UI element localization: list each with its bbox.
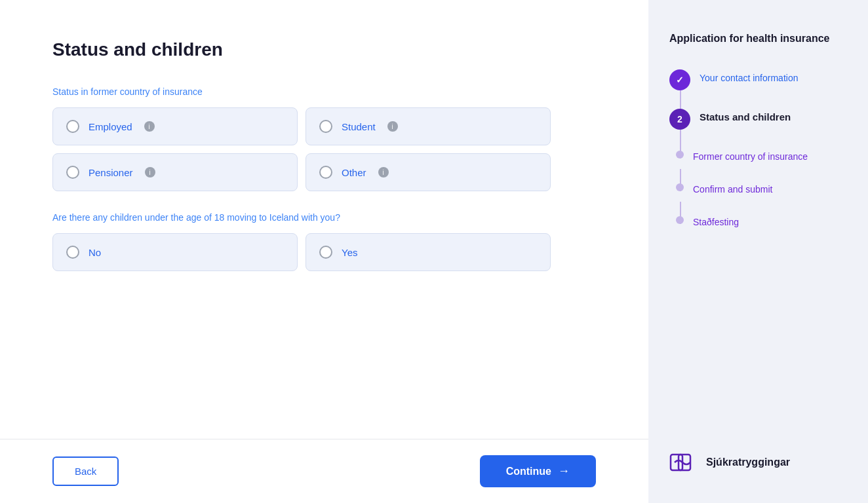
option-other-label: Other xyxy=(342,167,366,178)
option-employed-label: Employed xyxy=(89,121,132,132)
step-text-stadfesting: Staðfesting xyxy=(693,214,739,228)
option-pensioner-label: Pensioner xyxy=(89,167,133,178)
step-item-status: 2 Status and children xyxy=(669,109,847,148)
main-content: Status and children Status in former cou… xyxy=(0,0,648,503)
option-student-label: Student xyxy=(342,121,376,132)
radio-no[interactable] xyxy=(66,246,79,259)
step-item-former-country: Former country of insurance xyxy=(669,148,847,181)
step-circle-confirm xyxy=(676,183,684,191)
steps-list: ✓ Your contact information 2 Status and … xyxy=(669,69,847,228)
option-student[interactable]: Student i xyxy=(306,107,551,145)
sidebar-title: Application for health insurance xyxy=(669,31,847,46)
continue-label: Continue xyxy=(506,466,551,477)
step-item-stadfesting: Staðfesting xyxy=(669,214,847,228)
logo-text: Sjúkratryggingar xyxy=(706,456,790,468)
step-text-former-country: Former country of insurance xyxy=(693,148,808,162)
radio-other[interactable] xyxy=(319,166,332,179)
option-pensioner[interactable]: Pensioner i xyxy=(52,153,298,191)
option-no-label: No xyxy=(89,247,101,258)
continue-button[interactable]: Continue → xyxy=(480,455,596,487)
svg-rect-0 xyxy=(671,455,682,470)
option-no[interactable]: No xyxy=(52,233,298,271)
radio-student[interactable] xyxy=(319,120,332,133)
footer: Back Continue → xyxy=(0,439,648,503)
sjukratryggingar-logo-icon xyxy=(669,448,698,477)
option-other[interactable]: Other i xyxy=(306,153,551,191)
step-text-confirm: Confirm and submit xyxy=(693,181,772,195)
step-label-contact[interactable]: Your contact information xyxy=(700,73,798,83)
children-section-label: Are there any children under the age of … xyxy=(52,212,596,223)
step-circle-former-country xyxy=(676,151,684,158)
sidebar-content: Application for health insurance ✓ Your … xyxy=(669,31,847,228)
info-student-icon[interactable]: i xyxy=(387,121,398,132)
step-label-former-country[interactable]: Former country of insurance xyxy=(693,151,808,162)
step-circle-status: 2 xyxy=(669,109,690,130)
step-circle-contact: ✓ xyxy=(669,69,690,90)
option-yes-label: Yes xyxy=(342,247,357,258)
step-item-confirm: Confirm and submit xyxy=(669,181,847,214)
status-section-label: Status in former country of insurance xyxy=(52,86,596,97)
info-other-icon[interactable]: i xyxy=(378,167,389,177)
svg-rect-1 xyxy=(679,455,690,470)
children-options-grid: No Yes xyxy=(52,233,551,271)
status-options-grid: Employed i Student i Pensioner i Other i xyxy=(52,107,551,191)
step-label-confirm[interactable]: Confirm and submit xyxy=(693,184,772,195)
step-item-contact: ✓ Your contact information xyxy=(669,69,847,109)
radio-yes[interactable] xyxy=(319,246,332,259)
step-circle-stadfesting xyxy=(676,216,684,224)
radio-pensioner[interactable] xyxy=(66,166,79,179)
info-employed-icon[interactable]: i xyxy=(144,121,155,132)
page-title: Status and children xyxy=(52,39,596,60)
info-pensioner-icon[interactable]: i xyxy=(145,167,155,177)
sidebar: Application for health insurance ✓ Your … xyxy=(648,0,868,503)
step-label-stadfesting[interactable]: Staðfesting xyxy=(693,217,739,227)
continue-arrow-icon: → xyxy=(558,464,570,478)
step-label-status: Status and children xyxy=(700,111,791,122)
option-yes[interactable]: Yes xyxy=(306,233,551,271)
radio-employed[interactable] xyxy=(66,120,79,133)
logo-area: Sjúkratryggingar xyxy=(669,448,847,477)
step-text-status: Status and children xyxy=(700,109,791,123)
step-text-contact: Your contact information xyxy=(700,69,798,84)
option-employed[interactable]: Employed i xyxy=(52,107,298,145)
back-button[interactable]: Back xyxy=(52,456,119,486)
